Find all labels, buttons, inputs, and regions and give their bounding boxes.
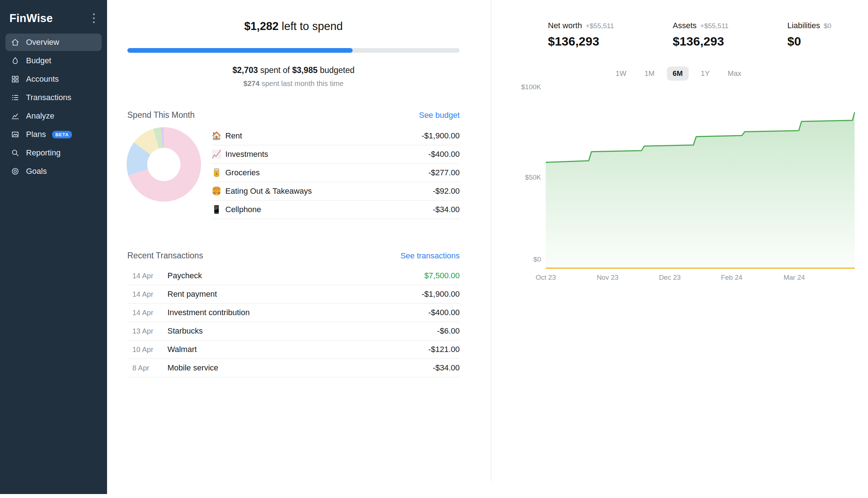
sidebar-item-label: Goals xyxy=(26,167,47,176)
transaction-amount: -$1,900.00 xyxy=(422,289,460,299)
category-row[interactable]: 🥫 Groceries -$277.00 xyxy=(212,164,460,182)
summary-tail: budgeted xyxy=(318,65,354,75)
category-list: 🏠 Rent -$1,900.00 📈 Investments -$400.00… xyxy=(212,127,460,219)
budgeted-amount: $3,985 xyxy=(292,65,318,75)
rent-icon: 🏠 xyxy=(212,131,225,141)
last-month-amount: $274 xyxy=(243,80,260,87)
spend-section-title: Spend This Month xyxy=(127,110,195,120)
category-name: Eating Out & Takeaways xyxy=(225,186,433,196)
y-axis-label: $50K xyxy=(503,173,541,181)
transaction-row[interactable]: 14 Apr Rent payment -$1,900.00 xyxy=(127,285,460,304)
sidebar-item-label: Plans xyxy=(26,130,46,139)
see-transactions-link[interactable]: See transactions xyxy=(400,251,460,261)
transaction-name: Mobile service xyxy=(167,363,433,373)
summary-text: spent of xyxy=(258,65,292,75)
groceries-icon: 🥫 xyxy=(212,168,225,177)
y-axis-label: $0 xyxy=(503,256,541,263)
category-row[interactable]: 📈 Investments -$400.00 xyxy=(212,145,460,164)
left-to-spend-amount: $1,282 xyxy=(244,20,278,33)
left-to-spend-headline: $1,282 left to spend xyxy=(127,20,460,33)
category-row[interactable]: 🏠 Rent -$1,900.00 xyxy=(212,127,460,145)
transaction-row[interactable]: 10 Apr Walmart -$121.00 xyxy=(127,340,460,359)
transaction-name: Walmart xyxy=(167,345,428,354)
networth-area-fill xyxy=(546,112,855,268)
transaction-amount: -$121.00 xyxy=(428,345,460,354)
sidebar-item-label: Analyze xyxy=(26,111,54,121)
beta-badge: BETA xyxy=(52,131,72,138)
transaction-name: Starbucks xyxy=(167,326,437,336)
sidebar-nav: Overview Budget Accounts Transactions An… xyxy=(5,34,102,181)
kebab-menu-icon[interactable] xyxy=(92,11,96,26)
transaction-date: 14 Apr xyxy=(132,290,167,299)
sidebar-item-plans[interactable]: Plans BETA xyxy=(5,126,102,143)
transactions-section-title: Recent Transactions xyxy=(127,251,203,261)
category-amount: -$400.00 xyxy=(428,150,460,159)
left-to-spend-suffix: left to spend xyxy=(278,20,343,33)
transactions-icon xyxy=(10,93,20,102)
transaction-row[interactable]: 14 Apr Paycheck $7,500.00 xyxy=(127,267,460,285)
transaction-date: 8 Apr xyxy=(132,364,167,372)
sidebar-header: FinWise xyxy=(0,0,107,26)
plans-icon xyxy=(10,130,20,139)
transaction-amount: -$6.00 xyxy=(437,326,460,336)
sidebar-item-budget[interactable]: Budget xyxy=(5,52,102,69)
transaction-row[interactable]: 13 Apr Starbucks -$6.00 xyxy=(127,322,460,340)
category-amount: -$92.00 xyxy=(433,186,460,196)
transaction-list: 14 Apr Paycheck $7,500.00 14 Apr Rent pa… xyxy=(127,267,460,377)
transaction-date: 14 Apr xyxy=(132,272,167,280)
transaction-date: 10 Apr xyxy=(132,345,167,354)
category-name: Cellphone xyxy=(225,205,433,214)
category-row[interactable]: 🍔 Eating Out & Takeaways -$92.00 xyxy=(212,182,460,201)
sidebar-item-label: Budget xyxy=(26,56,51,65)
see-budget-link[interactable]: See budget xyxy=(419,111,460,120)
x-axis-label: Nov 23 xyxy=(597,274,618,282)
category-name: Groceries xyxy=(225,168,428,177)
sidebar-item-label: Reporting xyxy=(26,148,60,158)
budget-icon xyxy=(10,56,20,65)
transaction-date: 14 Apr xyxy=(132,309,167,317)
spend-section-header: Spend This Month See budget xyxy=(127,110,460,120)
transaction-name: Rent payment xyxy=(167,289,422,299)
sidebar-item-label: Overview xyxy=(26,38,59,47)
sidebar-item-accounts[interactable]: Accounts xyxy=(5,70,102,88)
reporting-icon xyxy=(10,148,20,158)
category-name: Rent xyxy=(225,131,422,141)
sidebar-item-overview[interactable]: Overview xyxy=(5,34,102,51)
cellphone-icon: 📱 xyxy=(212,205,225,214)
y-axis-label: $100K xyxy=(503,83,541,91)
networth-chart xyxy=(491,0,868,282)
budget-progress-fill xyxy=(127,48,353,53)
accounts-icon xyxy=(10,74,20,84)
spent-amount: $2,703 xyxy=(233,65,258,75)
transaction-name: Paycheck xyxy=(167,271,424,280)
transaction-amount: -$400.00 xyxy=(428,308,460,317)
sidebar-item-analyze[interactable]: Analyze xyxy=(5,107,102,125)
sidebar-item-goals[interactable]: Goals xyxy=(5,163,102,180)
transaction-row[interactable]: 8 Apr Mobile service -$34.00 xyxy=(127,359,460,377)
x-axis-label: Feb 24 xyxy=(721,274,742,282)
transaction-row[interactable]: 14 Apr Investment contribution -$400.00 xyxy=(127,304,460,322)
transaction-amount: -$34.00 xyxy=(433,363,460,373)
x-axis-label: Mar 24 xyxy=(783,274,805,282)
category-name: Investments xyxy=(225,150,428,159)
sidebar: FinWise Overview Budget Accounts Transac… xyxy=(0,0,107,494)
category-row[interactable]: 📱 Cellphone -$34.00 xyxy=(212,201,460,219)
x-axis-label: Dec 23 xyxy=(659,274,681,282)
last-month-text: spent last month this time xyxy=(260,80,344,87)
goals-icon xyxy=(10,167,20,176)
app-logo: FinWise xyxy=(9,12,53,25)
sidebar-item-label: Accounts xyxy=(26,74,59,84)
transaction-date: 13 Apr xyxy=(132,327,167,335)
sidebar-item-label: Transactions xyxy=(26,93,71,102)
budget-summary: $2,703 spent of $3,985 budgeted xyxy=(127,65,460,75)
budget-progress-bar xyxy=(127,48,460,53)
home-icon xyxy=(10,38,20,47)
x-axis-label: Oct 23 xyxy=(536,274,556,282)
spend-donut xyxy=(127,127,201,202)
donut-hole xyxy=(147,148,180,181)
category-amount: -$34.00 xyxy=(433,205,460,214)
sidebar-item-transactions[interactable]: Transactions xyxy=(5,89,102,106)
sidebar-item-reporting[interactable]: Reporting xyxy=(5,144,102,162)
transaction-amount: $7,500.00 xyxy=(424,271,460,280)
last-month-comparison: $274 spent last month this time xyxy=(127,80,460,88)
